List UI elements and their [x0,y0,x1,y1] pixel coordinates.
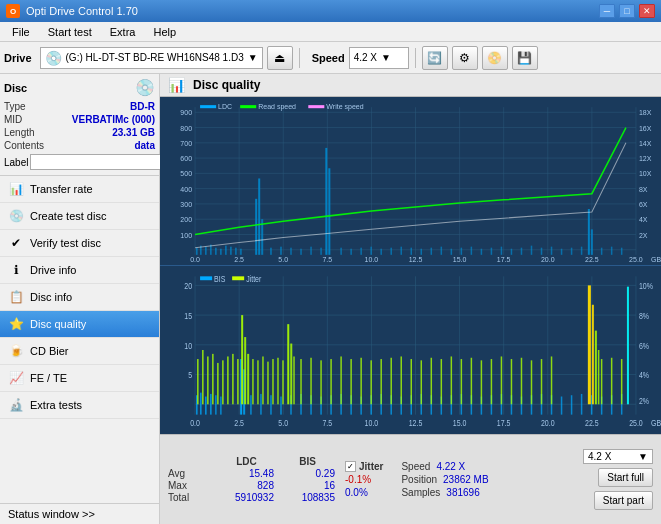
svg-rect-107 [611,247,613,255]
media-button[interactable]: 📀 [482,46,508,70]
drive-selector[interactable]: 💿 (G:) HL-DT-ST BD-RE WH16NS48 1.D3 ▼ [40,47,263,69]
menu-help[interactable]: Help [145,24,184,40]
svg-rect-201 [217,363,219,404]
disc-contents-value: data [134,140,155,151]
svg-rect-106 [601,248,603,255]
svg-rect-71 [270,248,272,255]
speed-select-arrow: ▼ [638,451,648,462]
svg-rect-96 [511,249,513,255]
svg-rect-235 [461,359,463,404]
sidebar-item-label-create-test-disc: Create test disc [30,210,106,222]
jitter-section: ✓ Jitter -0.1% 0.0% [345,461,383,498]
svg-rect-75 [290,248,292,255]
drive-icon: 💿 [45,50,62,66]
bottom-chart-svg: 20 15 10 5 10% 8% 6% 4% 2% 0.0 2.5 5.0 7… [160,266,661,434]
title-bar-controls: ─ □ ✕ [599,4,655,18]
speed-dropdown-arrow[interactable]: ▼ [381,52,391,63]
sidebar-item-create-test-disc[interactable]: 💿 Create test disc [0,203,159,230]
svg-rect-101 [561,249,563,255]
sidebar-item-fe-te[interactable]: 📈 FE / TE [0,365,159,392]
svg-rect-83 [380,249,382,255]
svg-rect-84 [390,248,392,255]
sidebar-item-extra-tests[interactable]: 🔬 Extra tests [0,392,159,419]
jitter-row: ✓ Jitter [345,461,383,472]
svg-text:5.0: 5.0 [278,256,288,263]
start-part-button[interactable]: Start part [594,491,653,510]
save-button[interactable]: 💾 [512,46,538,70]
sidebar-item-verify-test-disc[interactable]: ✔ Verify test disc [0,230,159,257]
svg-text:0.0: 0.0 [190,418,200,428]
svg-rect-156 [220,397,222,415]
chart-header: 📊 Disc quality [160,74,661,97]
drive-dropdown-arrow[interactable]: ▼ [248,52,258,63]
svg-rect-251 [621,359,623,404]
svg-rect-73 [325,148,327,255]
position-label: Position [401,474,437,485]
disc-length-label: Length [4,127,35,138]
svg-rect-236 [471,358,473,405]
close-button[interactable]: ✕ [639,4,655,18]
stat-max-bis: 16 [280,480,335,491]
svg-rect-199 [207,356,209,404]
speed-selector[interactable]: 4.2 X ▼ [349,47,409,69]
sidebar-item-disc-quality[interactable]: ⭐ Disc quality [0,311,159,338]
svg-rect-213 [272,359,274,404]
svg-rect-76 [300,249,302,255]
menu-bar: File Start test Extra Help [0,22,661,42]
svg-rect-238 [491,359,493,404]
eject-button[interactable]: ⏏ [267,46,293,70]
cd-bier-icon: 🍺 [8,343,24,359]
svg-text:22.5: 22.5 [585,256,599,263]
svg-rect-227 [380,359,382,404]
svg-rect-66 [235,248,237,255]
disc-length-value: 23.31 GB [112,127,155,138]
svg-text:17.5: 17.5 [497,418,511,428]
svg-text:16X: 16X [639,125,652,132]
svg-rect-249 [601,359,603,404]
speed-value: 4.2 X [354,52,377,63]
speed-select-dropdown[interactable]: 4.2 X ▼ [583,449,653,464]
svg-rect-92 [471,247,473,255]
svg-rect-65 [230,247,232,255]
svg-rect-228 [390,358,392,405]
svg-rect-206 [241,315,243,404]
stats-avg-row: Avg 15.48 0.29 [168,468,335,479]
menu-file[interactable]: File [4,24,38,40]
sidebar-item-transfer-rate[interactable]: 📊 Transfer rate [0,176,159,203]
refresh-button[interactable]: 🔄 [422,46,448,70]
svg-rect-161 [270,395,272,414]
svg-rect-203 [227,356,229,404]
minimize-button[interactable]: ─ [599,4,615,18]
svg-rect-99 [541,248,543,255]
disc-label-input[interactable] [30,154,163,170]
sidebar-item-cd-bier[interactable]: 🍺 CD Bier [0,338,159,365]
settings-button[interactable]: ⚙ [452,46,478,70]
start-full-button[interactable]: Start full [598,468,653,487]
sidebar-item-drive-info[interactable]: ℹ Drive info [0,257,159,284]
maximize-button[interactable]: □ [619,4,635,18]
svg-rect-85 [400,247,402,255]
svg-rect-205 [237,359,239,404]
sidebar-item-disc-info[interactable]: 📋 Disc info [0,284,159,311]
svg-rect-100 [551,247,553,255]
svg-rect-233 [441,359,443,404]
svg-text:8X: 8X [639,186,648,193]
sidebar-item-label-fe-te: FE / TE [30,372,67,384]
jitter-max-row: 0.0% [345,487,383,498]
svg-text:7.5: 7.5 [322,418,332,428]
svg-rect-210 [257,360,259,404]
menu-start-test[interactable]: Start test [40,24,100,40]
svg-rect-91 [461,248,463,255]
svg-text:25.0: 25.0 [629,418,643,428]
svg-rect-0 [160,97,661,265]
svg-rect-63 [220,249,222,255]
status-window-button[interactable]: Status window >> [0,503,159,524]
samples-label: Samples [401,487,440,498]
stats-header-row: LDC BIS [168,456,335,467]
transfer-rate-icon: 📊 [8,181,24,197]
jitter-checkbox[interactable]: ✓ [345,461,356,472]
svg-rect-214 [277,358,279,405]
svg-rect-243 [541,359,543,404]
svg-rect-244 [551,356,553,404]
menu-extra[interactable]: Extra [102,24,144,40]
